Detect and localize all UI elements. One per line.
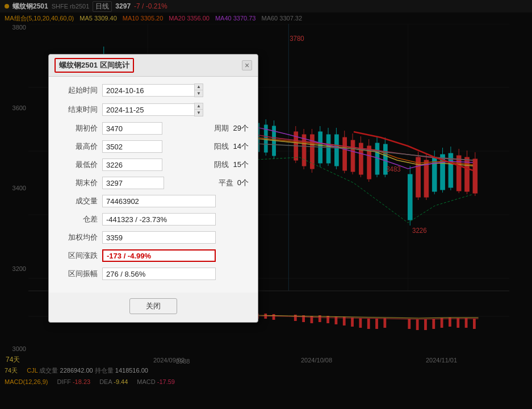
high-price-label: 最高价	[58, 141, 98, 152]
start-date-up-button[interactable]: ▲	[195, 84, 203, 90]
close-price-value: 3297	[102, 177, 164, 189]
modal-close-button[interactable]: ×	[242, 60, 252, 70]
start-date-label: 起始时间	[58, 85, 98, 95]
avg-price-label: 加权均价	[58, 232, 98, 243]
start-date-down-button[interactable]: ▼	[195, 90, 203, 97]
range-amp-label: 区间振幅	[58, 269, 98, 279]
close-price-label: 期末价	[58, 178, 98, 188]
end-date-value[interactable]: 2024-11-25	[102, 103, 194, 116]
range-change-label: 区间涨跌	[58, 251, 98, 261]
range-change-value: -173 / -4.99%	[102, 249, 216, 262]
modal-dialog: 螺纹钢2501 区间统计 × 起始时间 2024-10-16 ▲ ▼ 结束时间 …	[48, 54, 258, 323]
end-date-spinners[interactable]: ▲ ▼	[194, 103, 203, 116]
volume-value: 74463902	[102, 195, 216, 207]
end-date-down-button[interactable]: ▼	[195, 110, 203, 116]
avg-price-value: 3359	[102, 231, 216, 244]
high-price-value: 3502	[102, 140, 162, 153]
flat-stat: 平盘 0个	[219, 178, 249, 188]
oi-diff-value: -441323 / -23.73%	[102, 213, 216, 226]
start-date-row: 起始时间 2024-10-16 ▲ ▼	[58, 84, 249, 97]
open-price-value: 3470	[102, 122, 162, 135]
close-price-row: 期末价 3297 平盘 0个	[58, 177, 249, 189]
modal-title-bar: 螺纹钢2501 区间统计 ×	[49, 55, 258, 77]
start-date-input-group[interactable]: 2024-10-16 ▲ ▼	[102, 84, 203, 97]
low-price-label: 最低价	[58, 160, 98, 170]
volume-label: 成交量	[58, 196, 98, 206]
open-price-row: 期初价 3470 周期 29个	[58, 122, 249, 135]
oi-diff-label: 仓差	[58, 214, 98, 224]
range-change-row: 区间涨跌 -173 / -4.99%	[58, 249, 249, 262]
oi-diff-row: 仓差 -441323 / -23.73%	[58, 213, 249, 226]
modal-footer: 关闭	[49, 293, 258, 322]
modal-close-footer-button[interactable]: 关闭	[129, 298, 177, 314]
start-date-spinners[interactable]: ▲ ▼	[194, 84, 203, 97]
avg-price-row: 加权均价 3359	[58, 231, 249, 244]
range-amp-row: 区间振幅 276 / 8.56%	[58, 268, 249, 280]
start-date-value[interactable]: 2024-10-16	[102, 84, 194, 97]
end-date-input-group[interactable]: 2024-11-25 ▲ ▼	[102, 103, 203, 116]
period-stat: 周期 29个	[214, 123, 249, 133]
high-price-row: 最高价 3502 阳线 14个	[58, 140, 249, 153]
end-date-row: 结束时间 2024-11-25 ▲ ▼	[58, 103, 249, 116]
modal-title: 螺纹钢2501 区间统计	[55, 58, 134, 73]
volume-row: 成交量 74463902	[58, 195, 249, 207]
end-date-label: 结束时间	[58, 105, 98, 115]
low-price-value: 3226	[102, 158, 162, 171]
modal-body: 起始时间 2024-10-16 ▲ ▼ 结束时间 2024-11-25 ▲ ▼	[49, 77, 258, 293]
end-date-up-button[interactable]: ▲	[195, 103, 203, 110]
range-amp-value: 276 / 8.56%	[102, 268, 216, 280]
bull-stat: 阳线 14个	[214, 141, 249, 152]
bear-stat: 阴线 15个	[214, 160, 249, 170]
low-price-row: 最低价 3226 阴线 15个	[58, 158, 249, 171]
open-price-label: 期初价	[58, 123, 98, 133]
